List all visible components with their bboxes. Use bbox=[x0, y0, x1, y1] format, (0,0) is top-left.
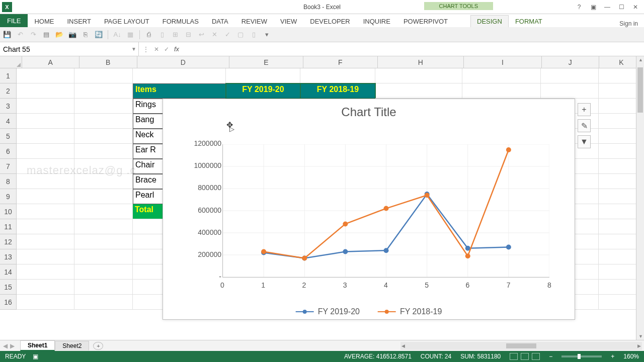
worksheet-grid[interactable]: A B D E F H I J K 1 2 3 4 5 6 7 8 9 10 1… bbox=[0, 56, 644, 340]
scroll-up-icon[interactable]: ▲ bbox=[638, 57, 643, 62]
tab-review[interactable]: REVIEW bbox=[235, 15, 274, 27]
tab-insert[interactable]: INSERT bbox=[60, 15, 97, 27]
normal-view-button[interactable] bbox=[510, 353, 518, 360]
sheet-nav-next-icon[interactable]: ▶ bbox=[10, 342, 15, 349]
row-header[interactable]: 10 bbox=[0, 204, 17, 219]
ribbon-display-options-icon[interactable]: ▣ bbox=[589, 4, 598, 11]
horizontal-scrollbar[interactable]: ◀ ▶ bbox=[400, 342, 642, 350]
file-tab[interactable]: FILE bbox=[0, 14, 28, 27]
scrollbar-thumb[interactable] bbox=[506, 343, 536, 348]
format-icon[interactable]: ▯ bbox=[250, 31, 258, 39]
cells-area[interactable]: Items FY 2019-20 FY 2018-19 Rings Bang N… bbox=[17, 68, 644, 310]
row-header[interactable]: 4 bbox=[0, 114, 17, 129]
tab-view[interactable]: VIEW bbox=[274, 15, 303, 27]
help-icon[interactable]: ? bbox=[575, 4, 584, 11]
table-header-fy18-19[interactable]: FY 2018-19 bbox=[300, 83, 375, 99]
unmerge-icon[interactable]: ⊟ bbox=[184, 31, 192, 39]
minimize-icon[interactable]: — bbox=[603, 4, 612, 11]
table-header-items[interactable]: Items bbox=[133, 83, 226, 99]
row-header[interactable]: 1 bbox=[0, 68, 17, 83]
undo-icon[interactable]: ↶ bbox=[16, 31, 24, 39]
chart-legend[interactable]: FY 2019-20 FY 2018-19 bbox=[296, 307, 442, 316]
save-icon[interactable]: 💾 bbox=[3, 31, 11, 39]
freeze-icon[interactable]: ▯ bbox=[158, 31, 166, 39]
column-header[interactable]: H bbox=[378, 56, 464, 68]
column-header[interactable]: J bbox=[542, 56, 599, 68]
scroll-left-icon[interactable]: ◀ bbox=[401, 343, 405, 348]
tab-powerpivot[interactable]: POWERPIVOT bbox=[397, 15, 454, 27]
legend-item[interactable]: FY 2018-19 bbox=[378, 307, 442, 316]
tab-page-layout[interactable]: PAGE LAYOUT bbox=[98, 15, 156, 27]
zoom-out-button[interactable]: − bbox=[549, 353, 552, 360]
sheet-tab-sheet2[interactable]: Sheet2 bbox=[55, 341, 89, 350]
merge-icon[interactable]: ⊞ bbox=[171, 31, 179, 39]
more-icon[interactable]: ▾ bbox=[263, 31, 271, 39]
zoom-level[interactable]: 160% bbox=[623, 353, 639, 360]
sheet-nav-prev-icon[interactable]: ◀ bbox=[3, 342, 8, 349]
page-break-icon[interactable]: ⎙ bbox=[145, 31, 153, 39]
cancel-formula-icon[interactable]: ✕ bbox=[154, 46, 159, 53]
row-header[interactable]: 8 bbox=[0, 174, 17, 189]
page-layout-view-button[interactable] bbox=[521, 353, 529, 360]
sort-asc-icon[interactable]: A↓ bbox=[113, 31, 121, 39]
formula-input[interactable] bbox=[183, 42, 644, 56]
name-box[interactable]: ▼ bbox=[0, 42, 139, 56]
zoom-slider[interactable] bbox=[561, 355, 602, 357]
row-header[interactable]: 16 bbox=[0, 295, 17, 310]
macro-record-icon[interactable]: ▣ bbox=[33, 353, 38, 360]
new-icon[interactable]: ▤ bbox=[42, 31, 50, 39]
row-header[interactable]: 6 bbox=[0, 144, 17, 159]
scroll-right-icon[interactable]: ▶ bbox=[637, 343, 641, 348]
column-header[interactable]: B bbox=[79, 56, 137, 68]
copy-icon[interactable]: ⎘ bbox=[82, 31, 90, 39]
tab-developer[interactable]: DEVELOPER bbox=[303, 15, 356, 27]
cell-icon[interactable]: ▢ bbox=[236, 31, 245, 39]
add-sheet-button[interactable]: + bbox=[93, 342, 103, 350]
row-header[interactable]: 14 bbox=[0, 264, 17, 280]
cancel-icon[interactable]: ✕ bbox=[210, 31, 218, 39]
camera-icon[interactable]: 📷 bbox=[68, 31, 76, 39]
row-header[interactable]: 11 bbox=[0, 219, 17, 234]
tab-data[interactable]: DATA bbox=[205, 15, 235, 27]
column-header[interactable]: A bbox=[22, 56, 79, 68]
row-header[interactable]: 2 bbox=[0, 83, 17, 99]
table-header-fy19-20[interactable]: FY 2019-20 bbox=[226, 83, 300, 99]
table-icon[interactable]: ▦ bbox=[126, 31, 134, 39]
chart-title[interactable]: Chart Title bbox=[163, 99, 575, 122]
name-box-dropdown-icon[interactable]: ▼ bbox=[131, 46, 136, 52]
open-icon[interactable]: 📂 bbox=[55, 31, 63, 39]
scrollbar-thumb[interactable] bbox=[637, 67, 643, 113]
page-break-view-button[interactable] bbox=[532, 353, 540, 360]
tab-inquire[interactable]: INQUIRE bbox=[357, 15, 397, 27]
tab-format[interactable]: FORMAT bbox=[509, 15, 549, 27]
legend-item[interactable]: FY 2019-20 bbox=[296, 307, 360, 316]
row-header[interactable]: 3 bbox=[0, 99, 17, 114]
chart-plot-area[interactable] bbox=[222, 144, 549, 278]
redo-icon[interactable]: ↷ bbox=[29, 31, 37, 39]
row-header[interactable]: 13 bbox=[0, 249, 17, 264]
row-header[interactable]: 7 bbox=[0, 159, 17, 174]
scroll-down-icon[interactable]: ▼ bbox=[638, 334, 643, 339]
row-header[interactable]: 15 bbox=[0, 280, 17, 295]
column-header[interactable]: F bbox=[303, 56, 378, 68]
refresh-icon[interactable]: 🔄 bbox=[95, 31, 103, 39]
column-header[interactable]: E bbox=[229, 56, 303, 68]
sheet-tab-sheet1[interactable]: Sheet1 bbox=[20, 340, 55, 351]
column-header[interactable]: D bbox=[137, 56, 229, 68]
maximize-icon[interactable]: ☐ bbox=[617, 4, 626, 11]
zoom-in-button[interactable]: + bbox=[611, 353, 614, 360]
column-header[interactable]: I bbox=[464, 56, 542, 68]
close-icon[interactable]: ✕ bbox=[631, 4, 640, 11]
chart-elements-button[interactable]: + bbox=[578, 103, 591, 116]
row-header[interactable]: 5 bbox=[0, 129, 17, 144]
wrap-icon[interactable]: ↩ bbox=[197, 31, 205, 39]
name-box-input[interactable] bbox=[3, 45, 135, 53]
tab-design[interactable]: DESIGN bbox=[470, 15, 509, 27]
fx-icon[interactable]: fx bbox=[174, 45, 179, 53]
vertical-scrollbar[interactable]: ▲ ▼ bbox=[636, 56, 644, 340]
row-header[interactable]: 9 bbox=[0, 189, 17, 204]
chart-filters-button[interactable]: ▼ bbox=[578, 135, 591, 148]
embedded-chart[interactable]: ✥▷ Chart Title -200000400000600000800000… bbox=[163, 99, 575, 320]
tab-home[interactable]: HOME bbox=[28, 15, 60, 27]
sign-in-link[interactable]: Sign in bbox=[619, 18, 638, 27]
